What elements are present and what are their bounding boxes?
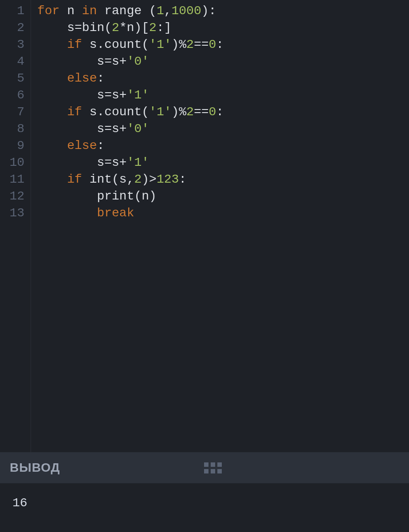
code-token: 2	[134, 172, 142, 186]
code-token: :	[216, 105, 224, 119]
line-number: 8	[0, 121, 31, 137]
code-token: s.	[82, 105, 104, 119]
line-number: 9	[0, 137, 31, 154]
code-token: )%	[172, 105, 187, 119]
code-token: '1'	[127, 156, 149, 169]
line-number: 11	[0, 171, 31, 188]
code-token: (	[142, 4, 157, 18]
code-token: (n)	[134, 189, 156, 203]
code-token: in	[82, 4, 97, 18]
code-token	[37, 206, 97, 220]
code-token: 2	[149, 21, 157, 35]
code-token: :	[179, 172, 186, 186]
code-token: ,	[164, 4, 172, 18]
code-token: (s,	[112, 172, 134, 186]
code-token	[37, 189, 97, 203]
code-line[interactable]: s=s+'1'	[37, 154, 409, 171]
code-token	[37, 71, 67, 85]
code-token: '0'	[127, 55, 149, 68]
code-token: else	[67, 71, 97, 85]
code-line[interactable]: else:	[37, 137, 409, 154]
code-token: count	[104, 105, 142, 119]
code-line[interactable]: else:	[37, 70, 409, 87]
code-token: s=	[37, 21, 82, 35]
output-text: 16	[12, 496, 28, 510]
code-token: '0'	[127, 122, 149, 136]
code-line[interactable]: if s.count('1')%2==0:	[37, 36, 409, 53]
line-number: 5	[0, 70, 31, 87]
code-token: bin	[82, 21, 104, 35]
code-token: 0	[209, 105, 216, 119]
code-token: ==	[194, 38, 209, 51]
code-line[interactable]: s=s+'1'	[37, 87, 409, 104]
code-token: )>	[142, 172, 157, 186]
code-line[interactable]: print(n)	[37, 188, 409, 205]
code-token	[82, 172, 90, 186]
code-token: :	[216, 38, 224, 51]
code-token: 123	[157, 172, 179, 186]
line-number: 12	[0, 188, 31, 205]
code-token: (	[104, 21, 112, 35]
code-token: s=s+	[37, 122, 127, 136]
code-line[interactable]: s=s+'0'	[37, 121, 409, 137]
code-token: (	[142, 105, 149, 119]
line-number: 1	[0, 3, 31, 20]
line-number: 6	[0, 87, 31, 104]
line-number: 10	[0, 154, 31, 171]
code-token: s=s+	[37, 88, 127, 102]
line-number: 2	[0, 20, 31, 36]
code-token: 1000	[172, 4, 201, 18]
code-editor[interactable]: 12345678910111213 for n in range (1,1000…	[0, 0, 409, 452]
code-token: break	[97, 206, 134, 220]
code-token: '1'	[127, 88, 149, 102]
code-token: if	[67, 105, 82, 119]
output-panel-header[interactable]: ВЫВОД	[0, 452, 409, 483]
code-token: '1'	[149, 105, 171, 119]
output-panel-title: ВЫВОД	[10, 461, 60, 475]
line-number: 13	[0, 205, 31, 222]
code-token: print	[97, 189, 134, 203]
code-token: 2	[186, 105, 194, 119]
code-token: else	[67, 139, 97, 153]
code-token: :	[97, 71, 104, 85]
code-token: n	[59, 4, 82, 18]
code-token: 0	[209, 38, 216, 51]
code-token: if	[67, 38, 82, 51]
code-token: 1	[157, 4, 164, 18]
code-area[interactable]: for n in range (1,1000): s=bin(2*n)[2:] …	[31, 0, 409, 452]
code-token: s=s+	[37, 156, 127, 169]
code-token: if	[67, 172, 82, 186]
code-token: int	[90, 172, 112, 186]
code-token: 2	[112, 21, 119, 35]
code-line[interactable]: break	[37, 205, 409, 222]
code-token: :	[97, 139, 104, 153]
code-token: )%	[172, 38, 187, 51]
code-token	[37, 172, 67, 186]
code-token: range	[104, 4, 142, 18]
code-line[interactable]: s=s+'0'	[37, 53, 409, 70]
code-token	[37, 105, 67, 119]
code-token: s=s+	[37, 55, 127, 68]
code-token: for	[37, 4, 59, 18]
line-number-gutter: 12345678910111213	[0, 0, 31, 452]
code-token	[37, 38, 67, 51]
output-panel-body: 16	[0, 483, 409, 532]
code-token: '1'	[149, 38, 171, 51]
code-token: count	[104, 38, 142, 51]
line-number: 4	[0, 53, 31, 70]
drag-handle-icon[interactable]	[204, 462, 222, 473]
code-token: 2	[186, 38, 194, 51]
code-token: ==	[194, 105, 209, 119]
code-token	[37, 139, 67, 153]
code-line[interactable]: if int(s,2)>123:	[37, 171, 409, 188]
code-token: ):	[201, 4, 216, 18]
code-line[interactable]: if s.count('1')%2==0:	[37, 104, 409, 121]
code-token: s.	[82, 38, 104, 51]
code-token: (	[142, 38, 149, 51]
code-token: *n)[	[119, 21, 149, 35]
code-token	[97, 4, 104, 18]
line-number: 3	[0, 36, 31, 53]
code-line[interactable]: for n in range (1,1000):	[37, 3, 409, 20]
code-line[interactable]: s=bin(2*n)[2:]	[37, 20, 409, 36]
code-token: :]	[157, 21, 172, 35]
